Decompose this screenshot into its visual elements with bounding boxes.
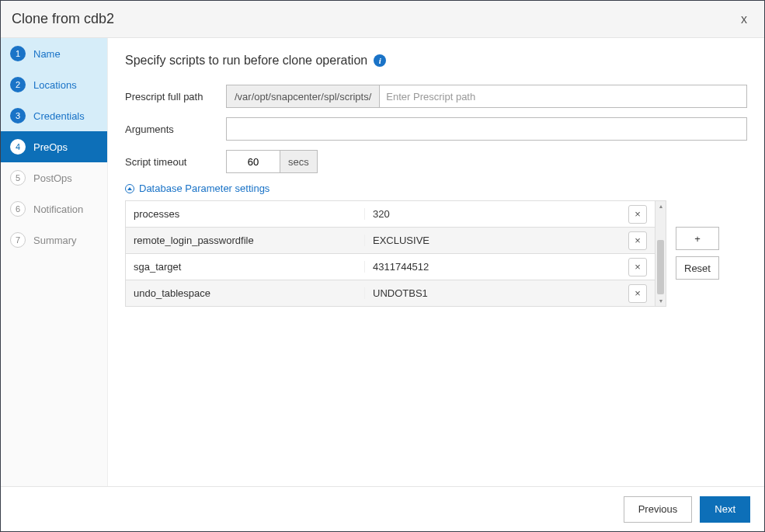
step-number: 3	[10, 108, 26, 123]
dialog-footer: Previous Next	[1, 486, 764, 531]
prescript-row: Prescript full path /var/opt/snapcenter/…	[125, 85, 747, 108]
delete-row-button[interactable]: ×	[628, 258, 647, 276]
param-action-cell: ×	[621, 258, 655, 276]
param-action-cell: ×	[621, 284, 655, 303]
prescript-prefix: /var/opt/snapcenter/spl/scripts/	[227, 85, 380, 107]
step-label: Summary	[33, 235, 77, 246]
wizard-step-credentials[interactable]: 3 Credentials	[1, 100, 107, 131]
table-scrollbar[interactable]: ▴ ▾	[655, 200, 666, 306]
scroll-down-icon: ▾	[655, 297, 666, 304]
dialog-body: 1 Name 2 Locations 3 Credentials 4 PreOp…	[1, 38, 764, 486]
next-button[interactable]: Next	[700, 496, 750, 523]
param-action-cell: ×	[621, 231, 655, 250]
wizard-sidebar: 1 Name 2 Locations 3 Credentials 4 PreOp…	[1, 38, 108, 486]
timeout-input[interactable]	[226, 150, 280, 173]
param-value-cell[interactable]: 4311744512	[365, 261, 621, 273]
db-param-toggle-label: Database Parameter settings	[139, 183, 269, 194]
reset-params-button[interactable]: Reset	[676, 256, 719, 280]
param-side-buttons: + Reset	[676, 227, 719, 280]
db-param-toggle[interactable]: Database Parameter settings	[125, 183, 747, 194]
timeout-unit: secs	[280, 150, 318, 173]
timeout-label: Script timeout	[125, 156, 226, 168]
param-name-cell[interactable]: undo_tablespace	[126, 287, 365, 299]
add-param-button[interactable]: +	[676, 227, 719, 250]
delete-row-button[interactable]: ×	[628, 231, 647, 250]
wizard-step-locations[interactable]: 2 Locations	[1, 69, 107, 100]
scroll-thumb[interactable]	[657, 240, 664, 294]
step-number: 2	[10, 77, 26, 92]
arguments-row: Arguments	[125, 117, 747, 141]
close-icon[interactable]: x	[735, 9, 753, 30]
table-row: processes 320 ×	[126, 200, 655, 227]
previous-button[interactable]: Previous	[624, 496, 693, 523]
timeout-field: secs	[226, 150, 318, 173]
param-value-cell[interactable]: 320	[365, 208, 621, 220]
step-label: PostOps	[33, 172, 72, 184]
param-name-cell[interactable]: processes	[126, 208, 365, 220]
section-heading: Specify scripts to run before clone oper…	[125, 54, 367, 68]
step-label: Locations	[33, 79, 77, 91]
step-label: Notification	[33, 203, 83, 215]
arguments-input[interactable]	[226, 117, 747, 141]
delete-row-button[interactable]: ×	[628, 205, 647, 224]
wizard-step-postops[interactable]: 5 PostOps	[1, 162, 107, 193]
delete-row-button[interactable]: ×	[628, 284, 647, 303]
db-param-area: processes 320 × remote_login_passwordfil…	[125, 200, 747, 307]
arguments-label: Arguments	[125, 123, 226, 135]
dialog-title: Clone from cdb2	[12, 11, 114, 27]
prescript-label: Prescript full path	[125, 91, 226, 103]
step-number: 6	[10, 201, 26, 217]
prescript-input[interactable]	[380, 85, 746, 107]
step-number: 1	[10, 46, 26, 61]
dialog-titlebar: Clone from cdb2 x	[1, 1, 764, 38]
table-row: remote_login_passwordfile EXCLUSIVE ×	[126, 227, 655, 253]
timeout-row: Script timeout secs	[125, 150, 747, 173]
step-label: Credentials	[33, 110, 85, 122]
wizard-step-preops[interactable]: 4 PreOps	[1, 131, 107, 162]
param-value-cell[interactable]: UNDOTBS1	[365, 287, 621, 299]
step-label: PreOps	[33, 141, 68, 153]
step-number: 5	[10, 170, 26, 186]
table-row: undo_tablespace UNDOTBS1 ×	[126, 280, 655, 306]
clone-dialog: Clone from cdb2 x 1 Name 2 Locations 3 C…	[0, 0, 765, 532]
step-number: 4	[10, 139, 26, 155]
scroll-up-icon: ▴	[655, 203, 666, 210]
db-param-rows: processes 320 × remote_login_passwordfil…	[126, 200, 655, 306]
table-row: sga_target 4311744512 ×	[126, 253, 655, 280]
step-number: 7	[10, 232, 26, 248]
param-action-cell: ×	[621, 205, 655, 224]
param-name-cell[interactable]: sga_target	[126, 261, 365, 273]
db-param-table: processes 320 × remote_login_passwordfil…	[125, 200, 666, 307]
wizard-step-name[interactable]: 1 Name	[1, 38, 107, 69]
section-heading-row: Specify scripts to run before clone oper…	[125, 54, 747, 68]
wizard-step-notification[interactable]: 6 Notification	[1, 193, 107, 224]
caret-up-icon	[125, 184, 134, 193]
wizard-step-summary[interactable]: 7 Summary	[1, 224, 107, 256]
prescript-path-field: /var/opt/snapcenter/spl/scripts/	[226, 85, 747, 108]
info-icon[interactable]: i	[374, 54, 386, 67]
step-label: Name	[33, 48, 61, 60]
param-value-cell[interactable]: EXCLUSIVE	[365, 235, 621, 246]
main-panel: Specify scripts to run before clone oper…	[108, 38, 764, 486]
param-name-cell[interactable]: remote_login_passwordfile	[126, 235, 365, 246]
